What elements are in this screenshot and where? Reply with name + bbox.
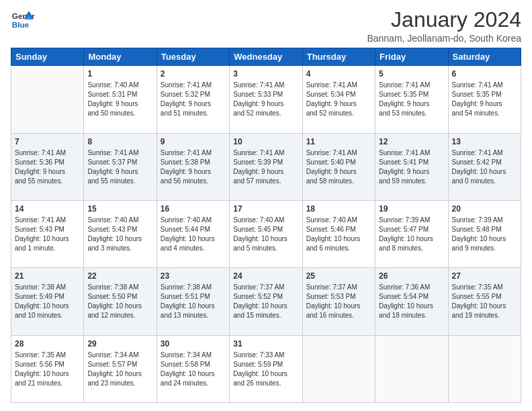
calendar-cell: [11, 66, 84, 133]
day-header-thursday: Thursday: [302, 48, 375, 66]
day-number: 24: [233, 271, 298, 281]
calendar-cell: 19Sunrise: 7:39 AMSunset: 5:47 PMDayligh…: [375, 200, 448, 267]
calendar-cell: 6Sunrise: 7:41 AMSunset: 5:35 PMDaylight…: [448, 66, 521, 133]
day-number: 10: [233, 136, 298, 147]
day-number: 18: [306, 203, 371, 214]
calendar-cell: 20Sunrise: 7:39 AMSunset: 5:48 PMDayligh…: [448, 200, 521, 267]
day-number: 17: [233, 203, 298, 214]
calendar-cell: 27Sunrise: 7:35 AMSunset: 5:55 PMDayligh…: [448, 268, 521, 335]
svg-text:Blue: Blue: [12, 20, 30, 29]
day-number: 2: [161, 68, 226, 79]
calendar-cell: [302, 335, 375, 402]
day-info: Sunrise: 7:34 AMSunset: 5:58 PMDaylight:…: [161, 351, 226, 388]
calendar-table: SundayMondayTuesdayWednesdayThursdayFrid…: [11, 48, 521, 403]
day-info: Sunrise: 7:33 AMSunset: 5:59 PMDaylight:…: [233, 351, 298, 388]
day-header-saturday: Saturday: [448, 48, 521, 66]
day-number: 27: [452, 271, 517, 281]
day-info: Sunrise: 7:40 AMSunset: 5:45 PMDaylight:…: [233, 216, 298, 253]
calendar-cell: 30Sunrise: 7:34 AMSunset: 5:58 PMDayligh…: [157, 335, 229, 402]
calendar-cell: 31Sunrise: 7:33 AMSunset: 5:59 PMDayligh…: [230, 335, 302, 402]
day-number: 13: [452, 136, 517, 147]
month-title: January 2024: [367, 8, 521, 32]
logo: General Blue: [11, 8, 35, 32]
day-header-monday: Monday: [84, 48, 157, 66]
calendar-cell: 25Sunrise: 7:37 AMSunset: 5:53 PMDayligh…: [302, 268, 375, 335]
day-info: Sunrise: 7:41 AMSunset: 5:32 PMDaylight:…: [161, 81, 226, 118]
calendar-cell: 3Sunrise: 7:41 AMSunset: 5:33 PMDaylight…: [230, 66, 302, 133]
day-info: Sunrise: 7:41 AMSunset: 5:36 PMDaylight:…: [15, 148, 80, 186]
calendar-cell: 22Sunrise: 7:38 AMSunset: 5:50 PMDayligh…: [84, 268, 157, 335]
day-info: Sunrise: 7:40 AMSunset: 5:44 PMDaylight:…: [161, 216, 226, 253]
day-number: 26: [379, 271, 444, 281]
day-number: 20: [452, 203, 517, 214]
calendar-week-row: 7Sunrise: 7:41 AMSunset: 5:36 PMDaylight…: [11, 133, 521, 200]
calendar-cell: 5Sunrise: 7:41 AMSunset: 5:35 PMDaylight…: [375, 66, 448, 133]
calendar-week-row: 14Sunrise: 7:41 AMSunset: 5:43 PMDayligh…: [11, 200, 521, 267]
calendar-cell: 2Sunrise: 7:41 AMSunset: 5:32 PMDaylight…: [157, 66, 229, 133]
calendar-cell: 4Sunrise: 7:41 AMSunset: 5:34 PMDaylight…: [302, 66, 375, 133]
title-area: January 2024 Bannam, Jeollanam-do, South…: [367, 8, 521, 44]
day-number: 23: [161, 271, 226, 281]
day-number: 29: [87, 338, 152, 349]
day-info: Sunrise: 7:41 AMSunset: 5:37 PMDaylight:…: [87, 148, 152, 186]
calendar-cell: 13Sunrise: 7:41 AMSunset: 5:42 PMDayligh…: [448, 133, 521, 200]
day-number: 8: [87, 136, 152, 147]
day-header-wednesday: Wednesday: [230, 48, 302, 66]
header: General Blue January 2024 Bannam, Jeolla…: [11, 8, 521, 44]
day-info: Sunrise: 7:40 AMSunset: 5:43 PMDaylight:…: [87, 216, 152, 253]
day-number: 12: [379, 136, 444, 147]
page: General Blue January 2024 Bannam, Jeolla…: [0, 0, 532, 411]
calendar-cell: 12Sunrise: 7:41 AMSunset: 5:41 PMDayligh…: [375, 133, 448, 200]
day-header-tuesday: Tuesday: [157, 48, 229, 66]
day-number: 21: [15, 271, 80, 281]
day-info: Sunrise: 7:36 AMSunset: 5:54 PMDaylight:…: [379, 283, 444, 320]
day-info: Sunrise: 7:34 AMSunset: 5:57 PMDaylight:…: [87, 351, 152, 388]
calendar-cell: 24Sunrise: 7:37 AMSunset: 5:52 PMDayligh…: [230, 268, 302, 335]
calendar-cell: 1Sunrise: 7:40 AMSunset: 5:31 PMDaylight…: [84, 66, 157, 133]
day-info: Sunrise: 7:38 AMSunset: 5:50 PMDaylight:…: [87, 283, 152, 320]
calendar-cell: 21Sunrise: 7:38 AMSunset: 5:49 PMDayligh…: [11, 268, 84, 335]
day-info: Sunrise: 7:40 AMSunset: 5:31 PMDaylight:…: [87, 81, 152, 118]
day-header-sunday: Sunday: [11, 48, 84, 66]
calendar-cell: 17Sunrise: 7:40 AMSunset: 5:45 PMDayligh…: [230, 200, 302, 267]
day-number: 15: [87, 203, 152, 214]
day-number: 19: [379, 203, 444, 214]
calendar-cell: [375, 335, 448, 402]
day-number: 30: [161, 338, 226, 349]
day-info: Sunrise: 7:41 AMSunset: 5:35 PMDaylight:…: [452, 81, 517, 118]
calendar-week-row: 21Sunrise: 7:38 AMSunset: 5:49 PMDayligh…: [11, 268, 521, 335]
calendar-cell: 10Sunrise: 7:41 AMSunset: 5:39 PMDayligh…: [230, 133, 302, 200]
day-number: 3: [233, 68, 298, 79]
day-info: Sunrise: 7:39 AMSunset: 5:48 PMDaylight:…: [452, 216, 517, 253]
calendar-week-row: 28Sunrise: 7:35 AMSunset: 5:56 PMDayligh…: [11, 335, 521, 402]
day-info: Sunrise: 7:35 AMSunset: 5:56 PMDaylight:…: [15, 351, 80, 388]
day-info: Sunrise: 7:35 AMSunset: 5:55 PMDaylight:…: [452, 283, 517, 320]
day-info: Sunrise: 7:38 AMSunset: 5:51 PMDaylight:…: [161, 283, 226, 320]
calendar-cell: 8Sunrise: 7:41 AMSunset: 5:37 PMDaylight…: [84, 133, 157, 200]
day-info: Sunrise: 7:37 AMSunset: 5:52 PMDaylight:…: [233, 283, 298, 320]
calendar-cell: 23Sunrise: 7:38 AMSunset: 5:51 PMDayligh…: [157, 268, 229, 335]
calendar-cell: 18Sunrise: 7:40 AMSunset: 5:46 PMDayligh…: [302, 200, 375, 267]
calendar-cell: 9Sunrise: 7:41 AMSunset: 5:38 PMDaylight…: [157, 133, 229, 200]
calendar-cell: 11Sunrise: 7:41 AMSunset: 5:40 PMDayligh…: [302, 133, 375, 200]
day-number: 11: [306, 136, 371, 147]
day-info: Sunrise: 7:41 AMSunset: 5:33 PMDaylight:…: [233, 81, 298, 118]
day-number: 7: [15, 136, 80, 147]
logo-icon: General Blue: [11, 8, 35, 32]
day-info: Sunrise: 7:41 AMSunset: 5:41 PMDaylight:…: [379, 148, 444, 186]
day-info: Sunrise: 7:41 AMSunset: 5:43 PMDaylight:…: [15, 216, 80, 253]
day-number: 31: [233, 338, 298, 349]
day-number: 28: [15, 338, 80, 349]
day-info: Sunrise: 7:41 AMSunset: 5:38 PMDaylight:…: [161, 148, 226, 186]
day-number: 16: [161, 203, 226, 214]
day-header-friday: Friday: [375, 48, 448, 66]
day-number: 25: [306, 271, 371, 281]
calendar-cell: 28Sunrise: 7:35 AMSunset: 5:56 PMDayligh…: [11, 335, 84, 402]
calendar-cell: 26Sunrise: 7:36 AMSunset: 5:54 PMDayligh…: [375, 268, 448, 335]
day-info: Sunrise: 7:41 AMSunset: 5:40 PMDaylight:…: [306, 148, 371, 186]
calendar-cell: 16Sunrise: 7:40 AMSunset: 5:44 PMDayligh…: [157, 200, 229, 267]
calendar-header-row: SundayMondayTuesdayWednesdayThursdayFrid…: [11, 48, 521, 66]
calendar-cell: [448, 335, 521, 402]
calendar-cell: 14Sunrise: 7:41 AMSunset: 5:43 PMDayligh…: [11, 200, 84, 267]
day-info: Sunrise: 7:38 AMSunset: 5:49 PMDaylight:…: [15, 283, 80, 320]
